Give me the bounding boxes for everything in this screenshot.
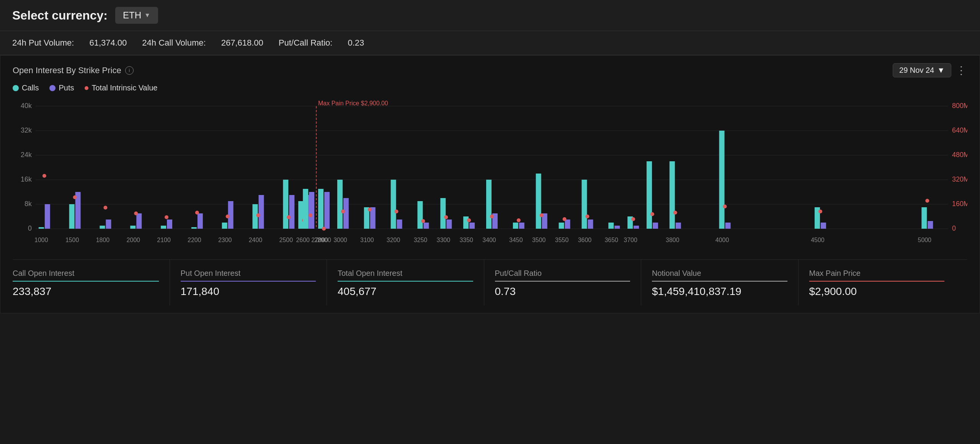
call-volume-label: 24h Call Volume: [142,38,206,48]
svg-text:24k: 24k [21,151,32,159]
svg-rect-95 [647,161,652,229]
svg-rect-28 [106,220,111,229]
svg-text:3500: 3500 [532,237,546,243]
svg-text:1500: 1500 [65,237,79,243]
svg-point-41 [226,215,230,218]
chart-svg: 40k 32k 24k 16k 8k 0 800M 640M 480M 320M… [13,98,967,259]
svg-text:3300: 3300 [437,237,451,243]
svg-point-65 [395,210,399,213]
svg-text:3200: 3200 [387,237,400,243]
svg-rect-98 [670,161,675,229]
currency-value: ETH [123,10,141,21]
svg-rect-58 [343,198,349,229]
maxpain-label: Max Pain Price [809,269,945,282]
svg-point-26 [73,195,77,199]
svg-rect-52 [309,192,314,229]
svg-point-89 [585,215,589,218]
svg-text:3250: 3250 [414,237,428,243]
svg-rect-64 [397,220,402,229]
puts-dot-icon [49,85,56,91]
notional-label: Notional Value [652,269,787,282]
svg-text:4500: 4500 [811,237,825,243]
svg-text:2900: 2900 [317,237,331,243]
svg-rect-22 [45,204,50,229]
svg-point-97 [650,212,654,216]
put-oi-label: Put Open Interest [181,269,316,282]
svg-point-47 [287,215,291,219]
svg-text:2500: 2500 [279,237,293,243]
svg-rect-37 [198,213,203,229]
svg-rect-70 [446,220,452,229]
chart-section: Open Interest By Strike Price i 29 Nov 2… [0,55,980,313]
chevron-down-icon: ▼ [937,66,945,75]
svg-rect-57 [337,180,343,229]
svg-text:1000: 1000 [34,237,48,243]
svg-rect-102 [725,223,731,229]
chart-area: 40k 32k 24k 16k 8k 0 800M 640M 480M 320M… [13,98,967,259]
currency-dropdown[interactable]: ETH ▼ [115,7,158,24]
svg-rect-43 [258,195,264,229]
svg-text:160M: 160M [952,200,967,208]
svg-rect-67 [423,223,429,229]
ratio-value: 0.23 [348,38,364,48]
svg-text:0: 0 [28,224,32,232]
chevron-down-icon: ▼ [144,12,150,19]
svg-text:3000: 3000 [333,237,347,243]
legend-puts-label: Puts [59,84,74,92]
svg-rect-31 [136,213,142,229]
svg-text:3450: 3450 [509,237,523,243]
total-oi-value: 405,677 [338,285,473,298]
call-oi-label: Call Open Interest [13,269,159,282]
summary-stats: Call Open Interest 233,837 Put Open Inte… [13,259,967,305]
svg-rect-33 [161,226,166,229]
svg-point-100 [673,211,677,215]
svg-text:3600: 3600 [578,237,592,243]
svg-rect-30 [130,226,136,229]
legend-tiv-label: Total Intrinsic Value [91,84,157,92]
ratio-stat-value: 0.73 [495,285,630,298]
svg-rect-93 [634,226,639,229]
svg-text:3400: 3400 [482,237,496,243]
svg-rect-105 [821,223,826,229]
svg-rect-79 [519,223,524,229]
svg-rect-75 [486,180,492,229]
more-options-button[interactable]: ⋮ [956,64,967,77]
maxpain-value: $2,900.00 [809,285,945,298]
svg-point-94 [631,217,635,221]
svg-point-68 [421,219,425,223]
svg-rect-40 [228,201,234,229]
svg-point-23 [42,174,46,178]
notional-col: Notional Value $1,459,410,837.19 [641,260,799,305]
call-oi-value: 233,837 [13,285,159,298]
chart-title-row: Open Interest By Strike Price i [13,66,134,75]
svg-point-59 [341,210,345,213]
ratio-stat-label: Put/Call Ratio [495,269,630,282]
info-icon[interactable]: i [125,66,134,75]
svg-text:3800: 3800 [666,237,679,243]
svg-rect-66 [417,201,423,229]
top-header: Select currency: ETH ▼ [0,0,980,31]
svg-text:2400: 2400 [249,237,263,243]
svg-text:800M: 800M [952,102,967,110]
ratio-label: Put/Call Ratio: [279,38,333,48]
svg-point-35 [165,215,168,219]
date-picker-button[interactable]: 29 Nov 24 ▼ [893,63,951,77]
svg-rect-101 [719,131,725,229]
svg-rect-51 [303,189,308,229]
svg-rect-85 [565,220,570,229]
put-volume-value: 61,374.00 [89,38,127,48]
svg-point-80 [517,218,521,222]
svg-text:3100: 3100 [360,237,374,243]
put-oi-col: Put Open Interest 171,840 [170,260,327,305]
svg-rect-27 [100,226,105,229]
tiv-dot-icon [85,86,88,90]
svg-rect-34 [167,220,172,229]
legend-puts: Puts [49,84,74,92]
chart-title: Open Interest By Strike Price [13,66,121,75]
legend-calls-label: Calls [22,84,39,92]
stats-bar: 24h Put Volume: 61,374.00 24h Call Volum… [0,31,980,55]
svg-point-44 [256,213,260,217]
svg-text:3700: 3700 [624,237,637,243]
chart-header: Open Interest By Strike Price i 29 Nov 2… [13,63,967,77]
total-oi-label: Total Open Interest [338,269,473,282]
